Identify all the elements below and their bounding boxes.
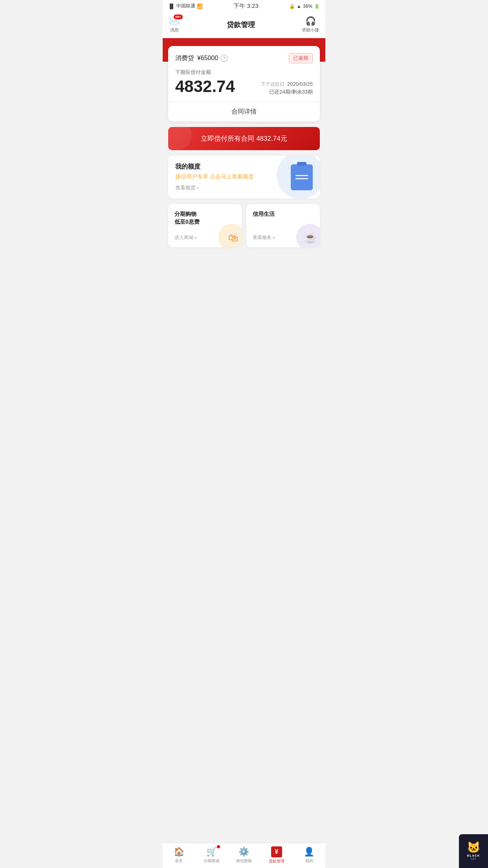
status-left: ▐▌ 中国联通 📶 [168, 3, 203, 9]
shopping-card-title: 分期购物低至0息费 [174, 210, 235, 226]
status-time: 下午 3:23 [233, 2, 258, 10]
battery-label: 36% [303, 4, 312, 9]
coffee-cup-icon: ☕ [304, 232, 317, 244]
message-badge: 99+ [174, 15, 183, 19]
page-title: 贷款管理 [227, 20, 255, 29]
clipboard-line-2 [295, 178, 308, 179]
next-pay-label: 下期应偿付金额 [175, 69, 313, 76]
wifi-icon: 📶 [197, 4, 203, 9]
quota-card[interactable]: 我的额度 捷信用户专享 点击马上查看额度 查看额度 > [168, 156, 320, 199]
periods-info: 已还24期/剩余33期 [261, 88, 313, 96]
status-bar: ▐▌ 中国联通 📶 下午 3:23 🔒 ▲ 36% 🔋 [163, 0, 325, 12]
credit-card-title: 信用生活 [253, 210, 314, 218]
question-icon[interactable]: ? [220, 55, 227, 62]
pay-all-button[interactable]: 立即偿付所有合同 4832.74元 [168, 127, 320, 150]
empty-space [163, 253, 325, 276]
help-icon: 🎧 [305, 16, 316, 26]
overdue-badge: 已逾期 [289, 53, 313, 63]
contract-detail-button[interactable]: 合同详情 [175, 102, 313, 121]
clipboard-line-1 [295, 175, 308, 176]
header: ✉️ 99+ 消息 贷款管理 🎧 求助小捷 [163, 12, 325, 38]
shopping-card[interactable]: 分期购物低至0息费 进入商城 > 🛍 [168, 204, 242, 247]
loan-card: 消费贷 ¥65000 ? 已逾期 下期应偿付金额 4832.74 下个还款日 2… [168, 46, 320, 121]
help-button[interactable]: 🎧 求助小捷 [302, 16, 319, 33]
quota-link[interactable]: 查看额度 > [175, 184, 254, 191]
message-label: 消息 [170, 27, 179, 33]
help-label: 求助小捷 [302, 27, 319, 33]
chevron-right-icon: > [194, 235, 197, 241]
status-right: 🔒 ▲ 36% 🔋 [289, 4, 320, 9]
loan-info-right: 下个还款日 2020/03/25 已还24期/剩余33期 [261, 81, 313, 96]
battery-icon: 🔋 [314, 4, 320, 9]
quota-subtitle: 捷信用户专享 点击马上查看额度 [175, 173, 254, 180]
message-button[interactable]: ✉️ 99+ 消息 [169, 16, 180, 33]
clipboard-top [297, 162, 306, 166]
signal-icon: ▐▌ [168, 4, 175, 9]
chevron-right-icon: > [196, 186, 199, 190]
lock-icon: 🔒 [289, 4, 295, 9]
quota-title: 我的额度 [175, 163, 254, 171]
loan-product-name: 消费贷 ¥65000 ? [175, 54, 227, 63]
amount-due: 4832.74 [175, 77, 235, 96]
quota-icon-area [291, 164, 313, 190]
chevron-right-icon: > [272, 235, 275, 241]
carrier-label: 中国联通 [176, 3, 195, 9]
clipboard-icon [291, 164, 313, 190]
bottom-cards: 分期购物低至0息费 进入商城 > 🛍 信用生活 查看服务 > ☕ [168, 204, 320, 247]
credit-card[interactable]: 信用生活 查看服务 > ☕ [246, 204, 320, 247]
quota-left: 我的额度 捷信用户专享 点击马上查看额度 查看额度 > [175, 163, 254, 191]
location-icon: ▲ [297, 4, 301, 9]
shopping-bag-icon: 🛍 [228, 232, 238, 244]
